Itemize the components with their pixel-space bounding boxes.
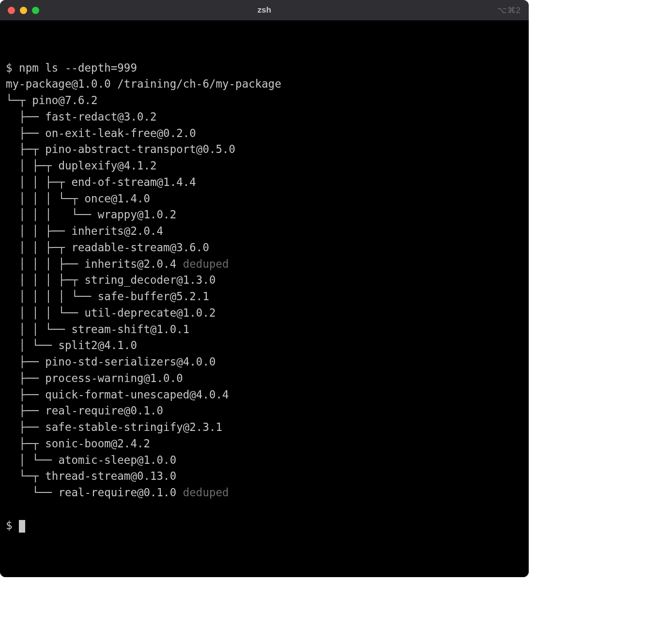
command-text: npm ls --depth=999 (19, 61, 137, 74)
tree-line: ├── quick-format-unescaped@4.0.4 (6, 387, 523, 403)
window-title: zsh (258, 5, 271, 15)
tree-line: └─┬ thread-stream@0.13.0 (6, 468, 523, 485)
command-line: $ npm ls --depth=999 (6, 60, 523, 76)
tree-line: └─┬ pino@7.6.2 (6, 92, 523, 109)
tree-line: ├─┬ sonic-boom@2.4.2 (6, 436, 523, 452)
tree-line: │ │ │ └─┬ once@1.4.0 (6, 191, 523, 207)
terminal-body[interactable]: $ npm ls --depth=999my-package@1.0.0 /tr… (0, 20, 529, 577)
tree-prefix: │ └── (6, 454, 58, 466)
package-name: duplexify@4.1.2 (58, 159, 156, 172)
package-name: pino-std-serializers@4.0.0 (45, 355, 215, 368)
tree-line: └── real-require@0.1.0 deduped (6, 485, 523, 501)
fullscreen-button[interactable] (32, 7, 39, 14)
tree-line: │ │ ├── inherits@2.0.4 (6, 223, 523, 240)
tree-prefix: │ │ ├─┬ (6, 176, 71, 188)
tree-line: ├── safe-stable-stringify@2.3.1 (6, 419, 523, 436)
package-name: stream-shift@1.0.1 (71, 323, 189, 336)
package-name: fast-redact@3.0.2 (45, 110, 156, 123)
tree-prefix: │ │ │ │ └── (6, 290, 98, 303)
package-name: on-exit-leak-free@0.2.0 (45, 127, 196, 139)
package-name: pino-abstract-transport@0.5.0 (45, 143, 235, 155)
package-name: wrappy@1.0.2 (98, 208, 177, 221)
tree-prefix: │ │ │ ├─┬ (6, 274, 85, 286)
package-name: safe-buffer@5.2.1 (98, 290, 209, 303)
tree-line: │ └── atomic-sleep@1.0.0 (6, 452, 523, 469)
tree-line: │ │ ├─┬ end-of-stream@1.4.4 (6, 174, 523, 191)
tree-line: │ │ │ ├── inherits@2.0.4 deduped (6, 256, 523, 273)
package-name: readable-stream@3.6.0 (71, 241, 209, 254)
tree-line: │ └── split2@4.1.0 (6, 337, 523, 354)
package-name: once@1.4.0 (85, 192, 150, 205)
tree-line: │ │ ├─┬ readable-stream@3.6.0 (6, 240, 523, 256)
package-name: sonic-boom@2.4.2 (45, 437, 150, 450)
tree-line: │ │ │ └── util-deprecate@1.0.2 (6, 305, 523, 321)
package-name: pino@7.6.2 (32, 94, 97, 107)
tree-prefix: └── (6, 486, 58, 499)
deduped-label: deduped (183, 258, 229, 270)
tree-prefix: ├── (6, 110, 45, 123)
tree-line: │ │ └── stream-shift@1.0.1 (6, 321, 523, 338)
pane-indicator: ⌥⌘2 (497, 5, 521, 15)
tree-prefix: │ │ │ └── (6, 208, 98, 221)
package-name: real-require@0.1.0 (45, 404, 163, 417)
tree-line: ├── process-warning@1.0.0 (6, 370, 523, 387)
tree-line: │ ├─┬ duplexify@4.1.2 (6, 158, 523, 174)
package-name: atomic-sleep@1.0.0 (58, 454, 176, 466)
tree-line: │ │ │ │ └── safe-buffer@5.2.1 (6, 289, 523, 305)
tree-line: ├─┬ pino-abstract-transport@0.5.0 (6, 141, 523, 158)
tree-prefix: │ └── (6, 339, 58, 352)
tree-prefix: ├── (6, 372, 45, 384)
tree-prefix: ├── (6, 355, 45, 368)
root-package-line: my-package@1.0.0 /training/ch-6/my-packa… (6, 76, 523, 92)
tree-prefix: │ ├─┬ (6, 159, 58, 172)
prompt-symbol: $ (6, 61, 13, 74)
tree-line: ├── fast-redact@3.0.2 (6, 109, 523, 125)
tree-prefix: ├── (6, 388, 45, 401)
close-button[interactable] (8, 7, 15, 14)
tree-line: ├── real-require@0.1.0 (6, 403, 523, 419)
prompt-symbol: $ (6, 519, 13, 532)
package-name: quick-format-unescaped@4.0.4 (45, 388, 229, 401)
deduped-label: deduped (183, 486, 229, 499)
tree-line: │ │ │ └── wrappy@1.0.2 (6, 207, 523, 223)
package-name: inherits@2.0.4 (85, 258, 177, 270)
tree-prefix: │ │ │ ├── (6, 258, 85, 270)
tree-prefix: ├── (6, 421, 45, 433)
tree-prefix: │ │ ├─┬ (6, 241, 71, 254)
tree-line: │ │ │ ├─┬ string_decoder@1.3.0 (6, 272, 523, 289)
tree-prefix: │ │ ├── (6, 225, 71, 237)
tree-prefix: │ │ └── (6, 323, 71, 336)
tree-prefix: │ │ │ └── (6, 306, 85, 319)
tree-prefix: ├─┬ (6, 143, 45, 155)
package-name: util-deprecate@1.0.2 (85, 306, 216, 319)
traffic-lights (8, 7, 39, 14)
tree-prefix: └─┬ (6, 94, 32, 107)
tree-line: ├── on-exit-leak-free@0.2.0 (6, 125, 523, 142)
package-name: safe-stable-stringify@2.3.1 (45, 421, 222, 433)
prompt-idle: $ (6, 518, 523, 534)
package-name: split2@4.1.0 (58, 339, 137, 352)
tree-prefix: │ │ │ └─┬ (6, 192, 85, 205)
package-name: real-require@0.1.0 (58, 486, 176, 499)
package-name: process-warning@1.0.0 (45, 372, 183, 384)
terminal-window: zsh ⌥⌘2 $ npm ls --depth=999my-package@1… (0, 0, 529, 577)
tree-line: ├── pino-std-serializers@4.0.0 (6, 354, 523, 370)
package-name: inherits@2.0.4 (71, 225, 163, 237)
package-name: end-of-stream@1.4.4 (71, 176, 196, 188)
tree-prefix: ├── (6, 127, 45, 139)
tree-prefix: └─┬ (6, 470, 45, 482)
tree-prefix: ├── (6, 404, 45, 417)
tree-prefix: ├─┬ (6, 437, 45, 450)
minimize-button[interactable] (20, 7, 27, 14)
package-name: string_decoder@1.3.0 (85, 274, 216, 286)
titlebar: zsh ⌥⌘2 (0, 0, 529, 20)
package-name: thread-stream@0.13.0 (45, 470, 176, 482)
cursor (19, 520, 25, 533)
